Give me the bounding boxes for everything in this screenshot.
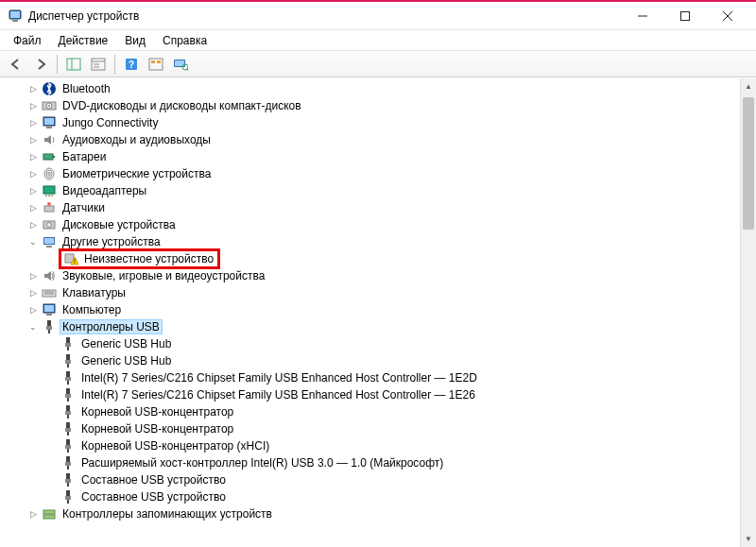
back-button[interactable]: [6, 54, 26, 75]
expand-icon[interactable]: ▷: [26, 269, 40, 282]
tree-node-unknown-device[interactable]: ▷ ! Неизвестное устройство: [0, 250, 740, 267]
node-label: Контроллеры запоминающих устройств: [60, 507, 274, 521]
node-label: Корневой USB-концентратор: [79, 422, 235, 436]
tree-node-usb-child[interactable]: Расширяемый хост-контроллер Intel(R) USB…: [0, 454, 740, 471]
collapse-icon[interactable]: ⌄: [26, 320, 40, 333]
svg-text:!: !: [74, 258, 76, 265]
node-label: Generic USB Hub: [79, 337, 173, 350]
svg-rect-37: [51, 195, 53, 197]
expand-icon[interactable]: ▷: [26, 150, 40, 163]
forward-button[interactable]: [30, 54, 51, 75]
tree-node-usb-child[interactable]: Корневой USB-концентратор: [0, 420, 740, 437]
tree-node-biometric[interactable]: ▷ Биометрические устройства: [0, 165, 740, 182]
tree-node-usb-child[interactable]: Generic USB Hub: [0, 352, 740, 369]
minimize-button[interactable]: [621, 3, 663, 29]
close-button[interactable]: [706, 3, 748, 29]
tree-node-usb-controllers[interactable]: ⌄ Контроллеры USB: [0, 318, 740, 335]
tree-node-usb-child[interactable]: Intel(R) 7 Series/C216 Chipset Family US…: [0, 386, 740, 403]
tree-node-usb-child[interactable]: Intel(R) 7 Series/C216 Chipset Family US…: [0, 369, 740, 386]
expand-icon[interactable]: ▷: [26, 184, 40, 197]
toolbar-separator: [114, 55, 115, 74]
svg-point-41: [47, 223, 52, 228]
svg-rect-70: [65, 411, 71, 415]
scroll-down-button[interactable]: ▼: [741, 531, 756, 547]
collapse-icon[interactable]: ⌄: [26, 235, 40, 248]
tree-node-storage-controllers[interactable]: ▷ Контроллеры запоминающих устройств: [0, 505, 740, 522]
node-label: Корневой USB-концентратор: [79, 405, 235, 419]
node-label: Биометрические устройства: [60, 167, 213, 180]
expand-icon[interactable]: ▷: [26, 133, 40, 146]
tree-node-computer[interactable]: ▷ Компьютер: [0, 301, 740, 318]
svg-rect-79: [65, 462, 71, 466]
node-label: Дисковые устройства: [60, 218, 178, 231]
svg-rect-85: [65, 496, 71, 500]
maximize-button[interactable]: [663, 3, 706, 29]
tree-node-usb-child[interactable]: Составное USB устройство: [0, 488, 740, 505]
menu-view[interactable]: Вид: [117, 32, 153, 49]
svg-rect-69: [66, 405, 70, 411]
svg-line-21: [187, 69, 188, 71]
node-label: Батареи: [60, 150, 108, 163]
node-label: Корневой USB-концентратор (xHCI): [79, 439, 271, 453]
expand-icon[interactable]: ▷: [26, 303, 40, 316]
svg-rect-67: [65, 394, 71, 398]
expand-icon[interactable]: ▷: [26, 218, 40, 231]
usb-device-icon: [60, 489, 76, 504]
node-label: Датчики: [60, 201, 107, 214]
properties-button[interactable]: [88, 54, 109, 75]
svg-rect-58: [65, 343, 71, 347]
menu-file[interactable]: Файл: [6, 32, 49, 49]
tree-node-usb-child[interactable]: Корневой USB-концентратор (xHCI): [0, 437, 740, 454]
menu-help[interactable]: Справка: [155, 32, 215, 49]
tree-node-battery[interactable]: ▷ Батареи: [0, 148, 740, 165]
tree-node-usb-child[interactable]: Generic USB Hub: [0, 335, 740, 352]
expand-icon[interactable]: ▷: [26, 82, 40, 95]
tree-node-video[interactable]: ▷ Видеоадаптеры: [0, 182, 740, 199]
node-label: Звуковые, игровые и видеоустройства: [60, 269, 266, 282]
svg-rect-64: [65, 377, 71, 381]
expand-icon[interactable]: ▷: [26, 116, 40, 129]
tree-node-usb-child[interactable]: Составное USB устройство: [0, 471, 740, 488]
bluetooth-icon: [42, 81, 57, 96]
vertical-scrollbar[interactable]: ▲ ▼: [740, 78, 756, 547]
expand-icon[interactable]: ▷: [26, 201, 40, 214]
node-label: Jungo Connectivity: [60, 116, 160, 129]
svg-rect-76: [65, 445, 71, 449]
svg-rect-57: [66, 337, 70, 343]
expand-icon[interactable]: ▷: [26, 507, 40, 521]
node-label: Generic USB Hub: [79, 354, 173, 368]
tree-node-jungo[interactable]: ▷ Jungo Connectivity: [0, 114, 740, 131]
svg-rect-4: [680, 11, 689, 20]
expand-icon[interactable]: ▷: [26, 286, 40, 299]
tree-node-disk[interactable]: ▷ Дисковые устройства: [0, 216, 740, 233]
computer-icon: [42, 302, 57, 317]
tree-node-dvd[interactable]: ▷ DVD-дисководы и дисководы компакт-диск…: [0, 97, 740, 114]
scroll-thumb[interactable]: [743, 97, 754, 230]
tree-node-keyboard[interactable]: ▷ Клавиатуры: [0, 284, 740, 301]
expand-icon[interactable]: ▷: [26, 99, 40, 112]
expand-icon[interactable]: ▷: [26, 167, 40, 180]
svg-rect-38: [44, 206, 54, 212]
svg-rect-2: [12, 20, 18, 22]
usb-device-icon: [60, 438, 76, 453]
node-label: Составное USB устройство: [79, 473, 228, 487]
toolbar: ?: [0, 51, 756, 77]
device-tree[interactable]: ▷ Bluetooth ▷ DVD-дисководы и дисководы …: [0, 78, 740, 547]
show-hide-console-button[interactable]: [63, 54, 84, 75]
svg-rect-54: [47, 320, 51, 326]
tree-node-usb-child[interactable]: Корневой USB-концентратор: [0, 403, 740, 420]
tree-node-bluetooth[interactable]: ▷ Bluetooth: [0, 80, 740, 97]
scroll-up-button[interactable]: ▲: [741, 78, 756, 94]
tree-node-sound[interactable]: ▷ Звуковые, игровые и видеоустройства: [0, 267, 740, 284]
show-hidden-button[interactable]: [170, 54, 191, 75]
tree-node-sensors[interactable]: ▷ Датчики: [0, 199, 740, 216]
scan-hardware-button[interactable]: [146, 54, 166, 75]
usb-device-icon: [60, 353, 76, 368]
usb-device-icon: [60, 370, 76, 385]
other-devices-icon: [42, 234, 57, 249]
toolbar-separator: [57, 55, 58, 74]
menu-action[interactable]: Действие: [51, 32, 116, 49]
svg-rect-1: [10, 11, 20, 18]
tree-node-audio[interactable]: ▷ Аудиовходы и аудиовыходы: [0, 131, 740, 148]
help-button[interactable]: ?: [121, 54, 142, 75]
